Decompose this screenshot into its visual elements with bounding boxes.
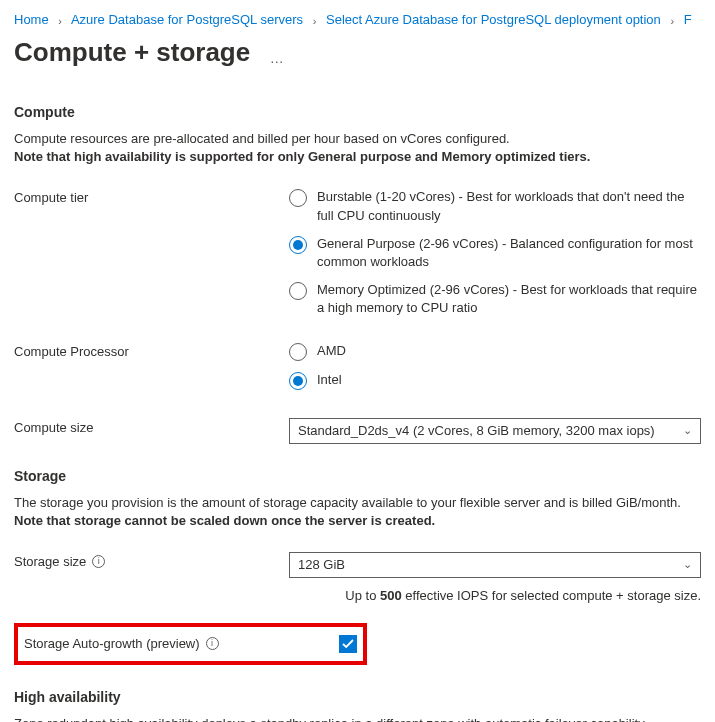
- radio-icon: [289, 189, 307, 207]
- storage-autogrowth-label: Storage Auto-growth (preview): [24, 636, 200, 651]
- compute-note: Compute resources are pre-allocated and …: [14, 130, 701, 166]
- radio-memory-text: Memory Optimized (2-96 vCores) - Best fo…: [317, 281, 701, 317]
- compute-size-value: Standard_D2ds_v4 (2 vCores, 8 GiB memory…: [298, 423, 655, 438]
- compute-processor-label: Compute Processor: [14, 342, 289, 359]
- info-icon[interactable]: i: [92, 555, 105, 568]
- radio-icon: [289, 236, 307, 254]
- chevron-right-icon: ›: [670, 15, 674, 27]
- breadcrumb-truncated[interactable]: F: [684, 12, 692, 27]
- radio-general-text: General Purpose (2-96 vCores) - Balanced…: [317, 235, 701, 271]
- radio-amd-text: AMD: [317, 342, 346, 360]
- breadcrumb-servers[interactable]: Azure Database for PostgreSQL servers: [71, 12, 303, 27]
- chevron-right-icon: ›: [58, 15, 62, 27]
- ha-description: Zone redundant high availability deploys…: [14, 715, 701, 722]
- iops-post: effective IOPS for selected compute + st…: [402, 588, 701, 603]
- check-icon: [342, 638, 354, 650]
- compute-note-bold: Note that high availability is supported…: [14, 149, 590, 164]
- radio-icon: [289, 372, 307, 390]
- radio-icon: [289, 282, 307, 300]
- radio-burstable[interactable]: Burstable (1-20 vCores) - Best for workl…: [289, 188, 701, 224]
- iops-note: Up to 500 effective IOPS for selected co…: [14, 588, 701, 603]
- autogrowth-highlight: Storage Auto-growth (preview) i: [14, 623, 367, 665]
- storage-size-select[interactable]: 128 GiB ⌄: [289, 552, 701, 578]
- section-compute: Compute: [14, 104, 701, 120]
- storage-note: The storage you provision is the amount …: [14, 494, 701, 530]
- section-high-availability: High availability: [14, 689, 701, 705]
- compute-tier-label: Compute tier: [14, 188, 289, 205]
- iops-count: 500: [380, 588, 402, 603]
- radio-amd[interactable]: AMD: [289, 342, 701, 361]
- more-actions-icon[interactable]: …: [270, 50, 286, 66]
- breadcrumb-home[interactable]: Home: [14, 12, 49, 27]
- compute-size-select[interactable]: Standard_D2ds_v4 (2 vCores, 8 GiB memory…: [289, 418, 701, 444]
- chevron-down-icon: ⌄: [683, 558, 692, 571]
- info-icon[interactable]: i: [206, 637, 219, 650]
- compute-size-label: Compute size: [14, 418, 289, 435]
- radio-intel[interactable]: Intel: [289, 371, 701, 390]
- radio-intel-text: Intel: [317, 371, 342, 389]
- iops-pre: Up to: [345, 588, 380, 603]
- storage-autogrowth-checkbox[interactable]: [339, 635, 357, 653]
- chevron-right-icon: ›: [313, 15, 317, 27]
- radio-general-purpose[interactable]: General Purpose (2-96 vCores) - Balanced…: [289, 235, 701, 271]
- radio-memory-optimized[interactable]: Memory Optimized (2-96 vCores) - Best fo…: [289, 281, 701, 317]
- section-storage: Storage: [14, 468, 701, 484]
- chevron-down-icon: ⌄: [683, 424, 692, 437]
- storage-note-line1: The storage you provision is the amount …: [14, 495, 681, 510]
- radio-icon: [289, 343, 307, 361]
- breadcrumb: Home › Azure Database for PostgreSQL ser…: [14, 12, 701, 27]
- breadcrumb-deployment-option[interactable]: Select Azure Database for PostgreSQL dep…: [326, 12, 661, 27]
- page-title: Compute + storage: [14, 37, 250, 68]
- storage-size-value: 128 GiB: [298, 557, 345, 572]
- compute-note-line1: Compute resources are pre-allocated and …: [14, 131, 510, 146]
- radio-burstable-text: Burstable (1-20 vCores) - Best for workl…: [317, 188, 701, 224]
- storage-note-bold: Note that storage cannot be scaled down …: [14, 513, 435, 528]
- storage-size-label: Storage size: [14, 554, 86, 569]
